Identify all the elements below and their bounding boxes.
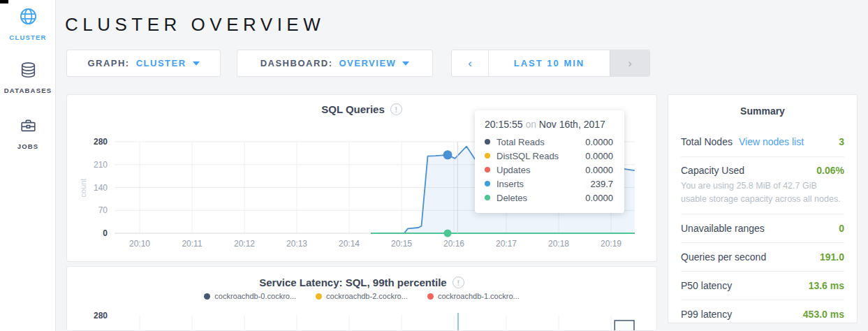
svg-text:20:11: 20:11 xyxy=(182,239,202,249)
qps-label: Queries per second xyxy=(681,251,766,263)
svg-text:20:19: 20:19 xyxy=(601,239,621,249)
summary-row-qps: Queries per second 191.0 xyxy=(681,242,844,271)
dashboard-dropdown-label: DASHBOARD: xyxy=(260,58,333,68)
p99-latency-label: P99 latency xyxy=(681,309,732,320)
service-latency-panel: 280 Service Latency: SQL, 99th percentil… xyxy=(66,266,657,331)
legend-item[interactable]: cockroachdb-2.cockro... xyxy=(316,292,408,300)
svg-text:20:13: 20:13 xyxy=(286,239,307,249)
p50-latency-label: P50 latency xyxy=(681,280,732,291)
summary-panel: Summary Total Nodes View nodes list 3 Ca… xyxy=(668,94,858,323)
svg-text:20:16: 20:16 xyxy=(443,239,464,249)
chevron-down-icon xyxy=(193,61,200,66)
tooltip-series-value: 0.0000 xyxy=(585,165,613,175)
series-color-dot xyxy=(485,139,490,145)
tooltip-row: Total Reads 0.0000 xyxy=(485,135,613,149)
page-title: CLUSTER OVERVIEW xyxy=(65,14,325,36)
sidebar-item-cluster[interactable]: CLUSTER xyxy=(0,7,56,41)
tooltip-row: Inserts 239.7 xyxy=(485,177,613,191)
info-icon[interactable]: ! xyxy=(390,103,402,115)
tooltip-series-label: Updates xyxy=(496,165,530,175)
p99-latency-value: 453.0 ms xyxy=(803,309,844,320)
sidebar-item-label: CLUSTER xyxy=(9,34,46,41)
database-icon xyxy=(20,61,37,82)
legend-item[interactable]: cockroachdb-1.cockro... xyxy=(427,292,520,300)
series-color-dot xyxy=(485,195,490,200)
chart-title: Service Latency: SQL, 99th percentile xyxy=(259,277,446,288)
series-color-dot xyxy=(485,153,490,159)
svg-text:20:14: 20:14 xyxy=(339,239,360,249)
sidebar-item-label: JOBS xyxy=(17,142,39,150)
time-window-next-button[interactable]: › xyxy=(610,50,649,76)
chevron-right-icon: › xyxy=(628,57,632,71)
legend-item[interactable]: cockroachdb-0.cockro... xyxy=(204,292,296,300)
svg-text:20:12: 20:12 xyxy=(234,239,255,249)
service-latency-title-row: Service Latency: SQL, 99th percentile ! xyxy=(67,277,656,288)
legend-color-dot xyxy=(316,293,322,300)
svg-text:20:10: 20:10 xyxy=(129,239,150,249)
briefcase-icon xyxy=(20,117,37,138)
series-color-dot xyxy=(485,181,490,186)
unavailable-ranges-label: Unavailable ranges xyxy=(681,223,765,234)
unavailable-ranges-value: 0 xyxy=(839,223,844,234)
svg-text:20:18: 20:18 xyxy=(548,239,569,249)
svg-text:count: count xyxy=(79,179,87,198)
sidebar-item-jobs[interactable]: JOBS xyxy=(0,117,56,150)
time-window-selector: ‹ LAST 10 MIN › xyxy=(451,50,650,77)
capacity-used-value: 0.06% xyxy=(816,165,844,176)
tooltip-series-label: Total Reads xyxy=(496,137,545,147)
legend-label: cockroachdb-2.cockro... xyxy=(326,292,408,300)
tooltip-series-label: Deletes xyxy=(496,193,527,203)
summary-row-p50: P50 latency 13.6 ms xyxy=(681,271,844,300)
graph-dropdown[interactable]: GRAPH: CLUSTER xyxy=(66,50,221,77)
time-window-prev-button[interactable]: ‹ xyxy=(452,50,489,76)
sidebar: CLUSTER DATABASES xyxy=(0,0,56,331)
tooltip-series-value: 239.7 xyxy=(590,179,613,189)
svg-text:20:17: 20:17 xyxy=(496,239,517,249)
tooltip-series-label: Inserts xyxy=(496,179,524,189)
tooltip-rows: Total Reads 0.0000 DistSQL Reads 0.0000 … xyxy=(485,135,613,205)
globe-icon xyxy=(19,7,38,29)
sidebar-item-databases[interactable]: DATABASES xyxy=(0,61,56,94)
window-corner-artifact xyxy=(0,0,8,3)
graph-dropdown-value: CLUSTER xyxy=(136,58,186,68)
svg-text:70: 70 xyxy=(98,205,108,215)
summary-row-total-nodes: Total Nodes View nodes list 3 xyxy=(681,127,844,156)
svg-text:0: 0 xyxy=(103,228,108,238)
legend-label: cockroachdb-1.cockro... xyxy=(438,292,520,300)
tooltip-series-value: 0.0000 xyxy=(585,137,613,147)
tooltip-joiner: on xyxy=(525,119,536,130)
svg-text:20:15: 20:15 xyxy=(391,239,412,249)
series-color-dot xyxy=(485,167,490,172)
legend-color-dot xyxy=(427,293,434,300)
legend-color-dot xyxy=(204,293,210,300)
dashboard-dropdown[interactable]: DASHBOARD: OVERVIEW xyxy=(237,50,433,77)
legend-label: cockroachdb-0.cockro... xyxy=(214,292,296,300)
svg-text:280: 280 xyxy=(94,137,108,147)
dashboard-dropdown-value: OVERVIEW xyxy=(339,58,397,68)
summary-row-capacity: Capacity Used 0.06% You are using 25.8 M… xyxy=(681,156,844,214)
info-icon[interactable]: ! xyxy=(453,277,464,288)
tooltip-timestamp: 20:15:55 on Nov 16th, 2017 xyxy=(485,119,613,130)
summary-row-p99: P99 latency 453.0 ms xyxy=(681,300,844,323)
capacity-used-label: Capacity Used xyxy=(681,165,744,176)
tooltip-date: Nov 16th, 2017 xyxy=(539,119,605,130)
chart-title: SQL Queries xyxy=(321,103,385,115)
chevron-down-icon xyxy=(402,61,409,66)
p50-latency-value: 13.6 ms xyxy=(809,280,844,291)
summary-row-unavailable-ranges: Unavailable ranges 0 xyxy=(681,214,844,242)
sidebar-item-label: DATABASES xyxy=(4,87,52,94)
total-nodes-value: 3 xyxy=(839,136,844,147)
total-nodes-label: Total Nodes xyxy=(681,136,733,147)
time-window-current[interactable]: LAST 10 MIN xyxy=(489,50,610,76)
qps-value: 191.0 xyxy=(820,251,844,263)
tooltip-series-value: 0.0000 xyxy=(585,151,613,161)
cluster-overview-page: CLUSTER DATABASES xyxy=(0,0,868,331)
view-nodes-list-link[interactable]: View nodes list xyxy=(739,136,804,147)
summary-title: Summary xyxy=(681,95,844,127)
chart-legend: cockroachdb-0.cockro... cockroachdb-2.co… xyxy=(67,292,656,300)
svg-text:210: 210 xyxy=(94,160,108,170)
graph-dropdown-label: GRAPH: xyxy=(87,58,129,68)
chevron-left-icon: ‹ xyxy=(468,57,472,71)
tooltip-time: 20:15:55 xyxy=(485,119,523,130)
tooltip-row: DistSQL Reads 0.0000 xyxy=(485,149,613,163)
